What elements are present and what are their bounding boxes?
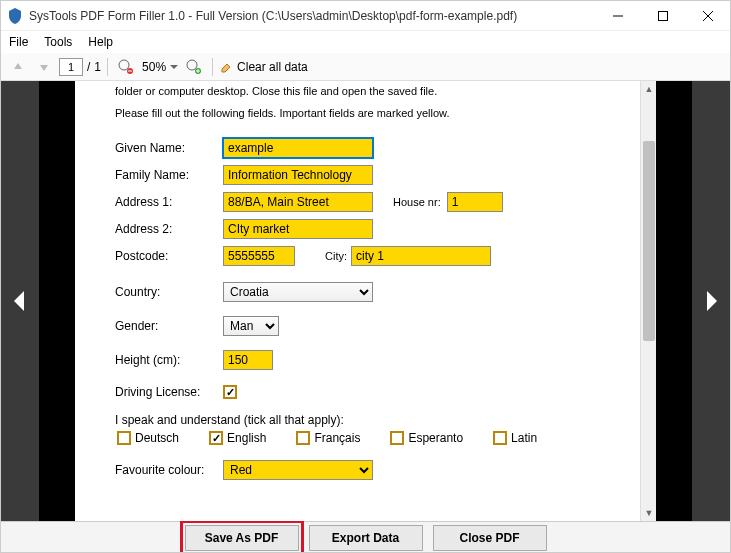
minimize-button[interactable] (595, 1, 640, 30)
save-as-pdf-button[interactable]: Save As PDF (185, 525, 299, 551)
lang-eo-checkbox[interactable] (390, 431, 404, 445)
label-languages: I speak and understand (tick all that ap… (115, 413, 616, 427)
label-gender: Gender: (115, 319, 223, 333)
lang-de-checkbox[interactable] (117, 431, 131, 445)
lang-de-label: Deutsch (135, 431, 179, 445)
address1-input[interactable] (223, 192, 373, 212)
scroll-up-icon[interactable]: ▲ (641, 81, 656, 97)
lang-fr-label: Français (314, 431, 360, 445)
nav-left[interactable] (1, 81, 39, 521)
page-separator: / (87, 60, 90, 74)
prev-page-icon (10, 289, 30, 313)
intro-line2: Please fill out the following fields. Im… (115, 107, 616, 119)
label-family-name: Family Name: (115, 168, 223, 182)
arrow-down-icon (37, 60, 51, 74)
document-page: folder or computer desktop. Close this f… (75, 81, 656, 498)
zoom-in-icon (186, 59, 202, 75)
lang-eo-label: Esperanto (408, 431, 463, 445)
page-down-button[interactable] (33, 58, 55, 76)
zoom-dropdown-icon[interactable] (170, 63, 178, 71)
maximize-icon (658, 11, 668, 21)
label-license: Driving License: (115, 385, 223, 399)
menubar: File Tools Help (1, 31, 730, 53)
label-postcode: Postcode: (115, 249, 223, 263)
given-name-input[interactable] (223, 138, 373, 158)
height-input[interactable] (223, 350, 273, 370)
menu-file[interactable]: File (9, 35, 28, 49)
fav-colour-select[interactable]: Red (223, 460, 373, 480)
label-country: Country: (115, 285, 223, 299)
eraser-icon (219, 60, 233, 74)
label-address2: Address 2: (115, 222, 223, 236)
page-input[interactable] (59, 58, 83, 76)
family-name-input[interactable] (223, 165, 373, 185)
lang-fr-checkbox[interactable] (296, 431, 310, 445)
page-up-button[interactable] (7, 58, 29, 76)
zoom-in-button[interactable] (182, 57, 206, 77)
label-city: City: (325, 250, 347, 262)
close-button[interactable] (685, 1, 730, 30)
gender-select[interactable]: Man (223, 316, 279, 336)
app-icon (7, 8, 23, 24)
lang-en-checkbox[interactable]: ✓ (209, 431, 223, 445)
maximize-button[interactable] (640, 1, 685, 30)
export-data-button[interactable]: Export Data (309, 525, 423, 551)
nav-right[interactable] (692, 81, 730, 521)
zoom-value: 50% (142, 60, 166, 74)
intro-line1: folder or computer desktop. Close this f… (115, 85, 616, 97)
menu-help[interactable]: Help (88, 35, 113, 49)
minimize-icon (613, 11, 623, 21)
label-address1: Address 1: (115, 195, 223, 209)
lang-la-checkbox[interactable] (493, 431, 507, 445)
scroll-thumb[interactable] (643, 141, 655, 341)
window-title: SysTools PDF Form Filler 1.0 - Full Vers… (29, 9, 595, 23)
document-area: folder or computer desktop. Close this f… (75, 81, 656, 521)
country-select[interactable]: Croatia (223, 282, 373, 302)
next-page-icon (701, 289, 721, 313)
city-input[interactable] (351, 246, 491, 266)
lang-la-label: Latin (511, 431, 537, 445)
lang-en-label: English (227, 431, 266, 445)
postcode-input[interactable] (223, 246, 295, 266)
svg-point-8 (187, 60, 197, 70)
arrow-up-icon (11, 60, 25, 74)
toolbar: / 1 50% Clear all data (1, 53, 730, 81)
label-house-nr: House nr: (393, 196, 441, 208)
clear-all-label: Clear all data (237, 60, 308, 74)
house-nr-input[interactable] (447, 192, 503, 212)
close-icon (703, 11, 713, 21)
label-given-name: Given Name: (115, 141, 223, 155)
close-pdf-button[interactable]: Close PDF (433, 525, 547, 551)
svg-rect-1 (658, 11, 667, 20)
content-area: folder or computer desktop. Close this f… (1, 81, 730, 521)
label-height: Height (cm): (115, 353, 223, 367)
zoom-out-icon (118, 59, 134, 75)
scroll-down-icon[interactable]: ▼ (641, 505, 656, 521)
svg-point-4 (119, 60, 129, 70)
address2-input[interactable] (223, 219, 373, 239)
footer: Save As PDF Export Data Close PDF (1, 521, 730, 553)
zoom-out-button[interactable] (114, 57, 138, 77)
titlebar: SysTools PDF Form Filler 1.0 - Full Vers… (1, 1, 730, 31)
license-checkbox[interactable]: ✓ (223, 385, 237, 399)
page-total: 1 (94, 60, 101, 74)
menu-tools[interactable]: Tools (44, 35, 72, 49)
label-fav-colour: Favourite colour: (115, 463, 223, 477)
doc-scrollbar[interactable]: ▲ ▼ (640, 81, 656, 521)
clear-all-button[interactable]: Clear all data (219, 60, 308, 74)
